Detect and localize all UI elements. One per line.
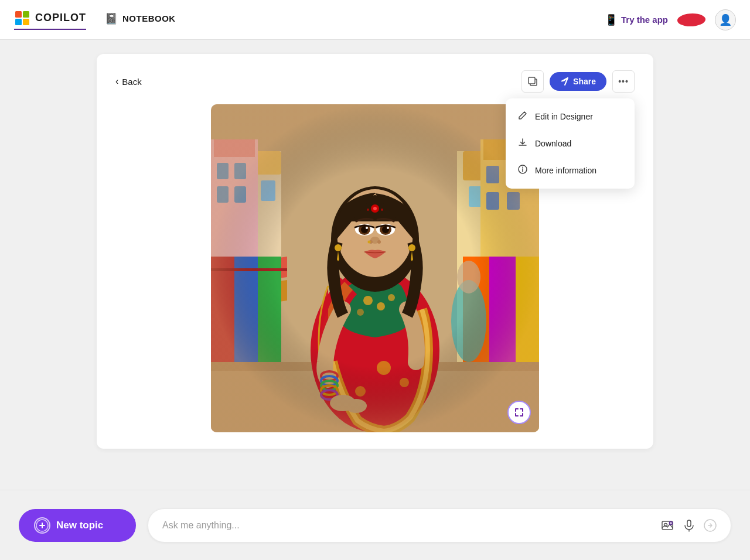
edit-designer-label: Edit in Designer: [535, 112, 593, 121]
try-app-label: Try the app: [621, 15, 668, 25]
copy-icon: [527, 76, 538, 87]
phone-icon: 📱: [605, 13, 618, 26]
svg-rect-0: [15, 11, 22, 18]
card-header: ‹ Back Share •••: [115, 70, 635, 93]
expand-icon: [514, 407, 524, 418]
svg-rect-3: [23, 19, 29, 25]
svg-rect-1: [23, 11, 29, 18]
try-app-button[interactable]: 📱 Try the app: [605, 13, 668, 26]
edit-icon: [517, 110, 528, 123]
notebook-tab[interactable]: 📓 NOTEBOOK: [105, 12, 176, 28]
header-left: COPILOT 📓 NOTEBOOK: [14, 10, 605, 30]
send-button[interactable]: [704, 519, 717, 532]
copilot-logo-icon: [14, 10, 30, 26]
main-content: ‹ Back Share •••: [0, 40, 750, 490]
svg-rect-2: [15, 19, 22, 25]
generated-image: [211, 104, 539, 432]
svg-point-7: [522, 167, 523, 168]
download-label: Download: [535, 139, 571, 148]
svg-rect-92: [687, 520, 691, 527]
user-avatar[interactable]: 👤: [715, 9, 736, 30]
back-label: Back: [122, 77, 141, 87]
share-label: Share: [573, 77, 596, 86]
svg-rect-87: [211, 104, 539, 432]
chat-plus-icon: [36, 519, 49, 532]
notebook-icon: 📓: [105, 12, 118, 25]
more-icon: •••: [618, 77, 629, 86]
back-chevron-icon: ‹: [115, 76, 118, 87]
svg-rect-5: [529, 77, 535, 84]
back-button[interactable]: ‹ Back: [115, 76, 142, 87]
header-right: 📱 Try the app 👤: [605, 9, 736, 30]
promo-badge: [676, 13, 707, 26]
search-placeholder: Ask me anything...: [162, 520, 240, 531]
download-icon: [517, 137, 528, 150]
share-icon: [560, 77, 570, 86]
microphone-button[interactable]: [683, 519, 696, 532]
send-icon: [704, 519, 717, 532]
expand-button[interactable]: [507, 401, 531, 424]
card-actions: Share ••• Edit in Designer: [521, 70, 635, 93]
header: COPILOT 📓 NOTEBOOK 📱 Try the app 👤: [0, 0, 750, 40]
notebook-label: NOTEBOOK: [122, 13, 176, 23]
dropdown-menu: Edit in Designer Download: [506, 98, 635, 189]
image-icon: [660, 518, 674, 532]
more-info-label: More information: [535, 166, 596, 175]
info-icon: [517, 164, 528, 177]
image-input-button[interactable]: [660, 518, 674, 532]
bottom-bar: New topic Ask me anything...: [0, 490, 750, 560]
copy-button[interactable]: [521, 70, 544, 93]
more-options-button[interactable]: •••: [612, 70, 635, 93]
microphone-icon: [683, 519, 696, 532]
search-bar: Ask me anything...: [148, 508, 731, 542]
avatar-icon: 👤: [719, 13, 732, 26]
new-topic-icon: [34, 517, 50, 534]
more-info-item[interactable]: More information: [506, 157, 635, 184]
edit-designer-item[interactable]: Edit in Designer: [506, 103, 635, 130]
logo-label: COPILOT: [35, 12, 86, 24]
download-item[interactable]: Download: [506, 130, 635, 157]
share-button[interactable]: Share: [550, 72, 606, 91]
search-actions: [660, 518, 717, 532]
image-content: [211, 104, 539, 432]
copilot-logo[interactable]: COPILOT: [14, 10, 86, 30]
new-topic-label: New topic: [56, 520, 103, 531]
new-topic-button[interactable]: New topic: [19, 509, 136, 542]
image-card: ‹ Back Share •••: [97, 54, 653, 449]
